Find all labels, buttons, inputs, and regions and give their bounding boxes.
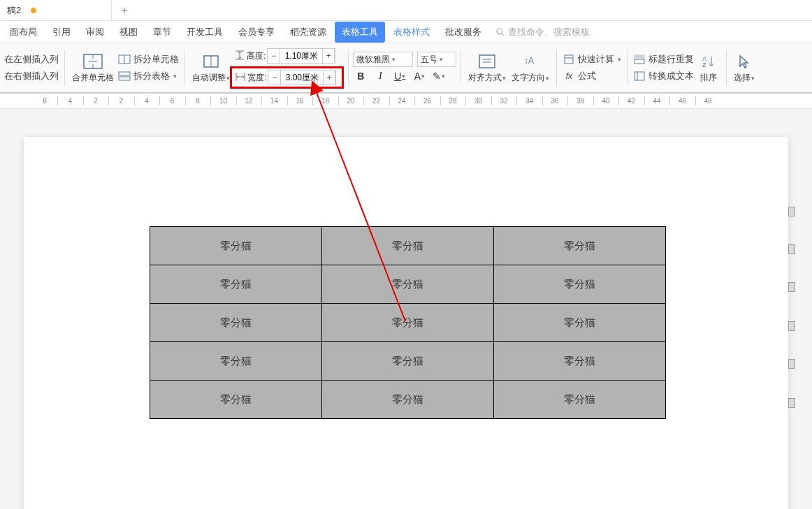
ruler-tick: 48 (704, 97, 711, 105)
menu-chapter[interactable]: 章节 (146, 22, 178, 43)
table-row[interactable]: 零分猫零分猫零分猫 (150, 342, 666, 381)
svg-rect-18 (479, 55, 495, 68)
ruler-tick: 44 (653, 97, 660, 105)
row-handle[interactable] (788, 359, 795, 369)
select-button[interactable]: 选择▾ (731, 51, 757, 85)
decrement-button[interactable]: − (268, 71, 281, 84)
ruler-tick: 4 (68, 97, 73, 105)
table-cell[interactable]: 零分猫 (494, 342, 666, 381)
underline-button[interactable]: U▾ (392, 68, 407, 84)
height-spinner[interactable]: − + (267, 48, 335, 64)
row-handle[interactable] (788, 321, 795, 331)
chevron-down-icon: ▾ (502, 75, 506, 82)
merge-cells-button[interactable]: 合并单元格 (69, 51, 117, 85)
table-cell[interactable]: 零分猫 (322, 265, 494, 304)
table-cell[interactable]: 零分猫 (150, 342, 322, 381)
increment-button[interactable]: + (322, 49, 335, 63)
menu-correction[interactable]: 批改服务 (438, 22, 488, 43)
menu-member[interactable]: 会员专享 (231, 22, 282, 43)
table-cell[interactable]: 零分猫 (150, 304, 322, 342)
split-table-button[interactable]: 拆分表格▾ (117, 68, 180, 84)
search-icon (495, 27, 505, 37)
chevron-down-icon: ▾ (751, 75, 755, 82)
font-family-select[interactable]: 微软雅黑▾ (353, 52, 413, 67)
table-cell[interactable]: 零分猫 (150, 381, 322, 419)
table-row[interactable]: 零分猫零分猫零分猫 (150, 265, 666, 304)
horizontal-ruler[interactable]: 6422468101214161820222426283032343638404… (0, 94, 812, 109)
table-cell[interactable]: 零分猫 (150, 227, 322, 265)
decrement-button[interactable]: − (268, 49, 280, 63)
chevron-down-icon: ▾ (392, 56, 396, 63)
plus-icon: + (121, 4, 127, 17)
row-handle[interactable] (788, 282, 795, 292)
table-row[interactable]: 零分猫零分猫零分猫 (150, 381, 666, 419)
table-cell[interactable]: 零分猫 (494, 381, 666, 419)
separator (184, 50, 185, 86)
alignment-button[interactable]: 对齐方式▾ (465, 51, 509, 85)
text-direction-button[interactable]: ↕A 文字方向▾ (509, 51, 552, 85)
width-input[interactable] (281, 73, 323, 82)
quick-calc-button[interactable]: 快速计算▾ (561, 52, 623, 67)
row-handle[interactable] (788, 207, 795, 216)
table-cell[interactable]: 零分猫 (322, 342, 494, 381)
repeat-header-button[interactable]: 标题行重复 (632, 52, 695, 67)
table-cell[interactable]: 零分猫 (322, 304, 494, 342)
svg-text:Z: Z (702, 61, 706, 68)
table-cell[interactable]: 零分猫 (494, 227, 666, 265)
auto-adjust-button[interactable]: 自动调整▾ (189, 51, 233, 85)
svg-rect-25 (635, 59, 644, 64)
increment-button[interactable]: + (323, 71, 335, 84)
font-color-button[interactable]: A▾ (412, 68, 427, 84)
table-row[interactable]: 零分猫零分猫零分猫 (150, 304, 666, 342)
menu-table-tools[interactable]: 表格工具 (335, 22, 385, 43)
separator (556, 50, 557, 86)
ruler-tick: 46 (679, 97, 686, 105)
svg-rect-26 (635, 72, 644, 80)
ruler-tick: 20 (347, 97, 354, 105)
split-cell-button[interactable]: 拆分单元格 (117, 52, 180, 67)
table-cell[interactable]: 零分猫 (494, 265, 666, 304)
menu-view[interactable]: 视图 (113, 22, 145, 43)
font-size-select[interactable]: 五号▾ (417, 52, 456, 67)
svg-rect-9 (119, 77, 130, 80)
document-canvas[interactable]: 零分猫零分猫零分猫零分猫零分猫零分猫零分猫零分猫零分猫零分猫零分猫零分猫零分猫零… (0, 109, 812, 509)
width-spinner[interactable]: − + (268, 70, 336, 85)
menu-reference[interactable]: 引用 (45, 22, 78, 43)
italic-button[interactable]: I (372, 68, 388, 84)
row-handle[interactable] (788, 398, 795, 408)
row-handle[interactable] (788, 244, 795, 254)
ruler-tick: 16 (296, 97, 303, 105)
table-cell[interactable]: 零分猫 (322, 381, 494, 419)
separator (726, 50, 727, 86)
sort-icon: AZ (698, 52, 719, 71)
insert-column-right-button[interactable]: 在右侧插入列 (3, 68, 60, 84)
table-cell[interactable]: 零分猫 (494, 304, 666, 342)
menu-template[interactable]: 稻壳资源 (283, 22, 333, 43)
menu-review[interactable]: 审阅 (79, 22, 111, 43)
table-cell[interactable]: 零分猫 (322, 227, 494, 265)
unsaved-indicator-icon (31, 8, 36, 13)
highlight-button[interactable]: ✎▾ (431, 68, 447, 84)
document-tab[interactable]: 稿2 (0, 0, 112, 20)
bold-button[interactable]: B (353, 68, 368, 84)
table-row[interactable]: 零分猫零分猫零分猫 (150, 227, 666, 265)
menu-devtools[interactable]: 开发工具 (180, 22, 230, 43)
convert-to-text-button[interactable]: 转换成文本 (632, 68, 695, 84)
command-search[interactable]: 查找命令、搜索模板 (495, 26, 590, 38)
ruler-tick: 8 (196, 97, 200, 105)
menu-page-layout[interactable]: 面布局 (3, 22, 44, 43)
chevron-down-icon: ▾ (173, 73, 177, 80)
formula-button[interactable]: fx 公式 (561, 68, 623, 84)
new-tab-button[interactable]: + (112, 0, 137, 20)
svg-rect-8 (119, 72, 130, 75)
search-placeholder: 查找命令、搜索模板 (508, 26, 590, 38)
ruler-tick: 4 (145, 97, 149, 105)
column-width-control: 宽度: − + (235, 70, 336, 85)
table-cell[interactable]: 零分猫 (150, 265, 322, 304)
insert-column-left-button[interactable]: 在左侧插入列 (3, 52, 60, 67)
ruler-tick: 18 (321, 97, 329, 105)
menu-table-style[interactable]: 表格样式 (386, 22, 437, 43)
content-table[interactable]: 零分猫零分猫零分猫零分猫零分猫零分猫零分猫零分猫零分猫零分猫零分猫零分猫零分猫零… (150, 226, 666, 419)
height-input[interactable] (280, 51, 322, 61)
sort-button[interactable]: AZ 排序 (695, 51, 722, 85)
